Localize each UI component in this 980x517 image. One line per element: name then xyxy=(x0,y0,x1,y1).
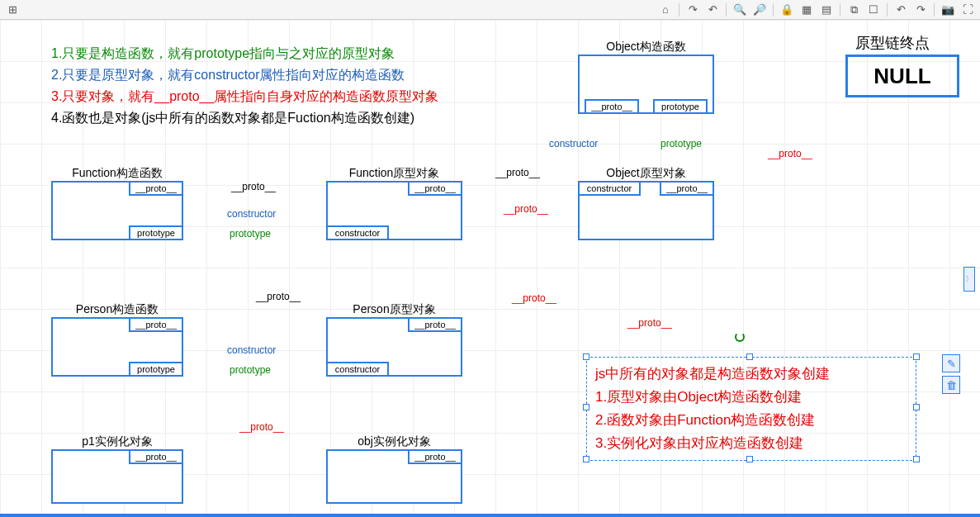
edge-label-prototype: prototype xyxy=(660,138,702,149)
lock-icon[interactable]: 🔒 xyxy=(778,2,796,18)
edge-label-proto: __proto__ xyxy=(495,167,540,178)
note-2: 2.只要是原型对象，就有constructor属性指向对应的构造函数 xyxy=(51,64,438,86)
note-4: 4.函数也是对象(js中所有的函数对象都是Fuction构造函数创建) xyxy=(51,107,438,129)
function-constructor-box[interactable]: Function构造函数 __proto__ prototype xyxy=(51,181,183,240)
person-prototype-box[interactable]: Person原型对象 __proto__ constructor xyxy=(326,317,462,377)
box-title: Object原型对象 xyxy=(580,166,713,181)
toolbar: ⊞ ⌂ ↷ ↶ 🔍 🔎 🔒 ▦ ▤ ⧉ ☐ ↶ ↷ 📷 ⛶ xyxy=(0,0,980,20)
edge-label-constructor: constructor xyxy=(227,344,276,356)
edge-label-proto: __proto__ xyxy=(627,317,672,329)
person-constructor-box[interactable]: Person构造函数 __proto__ prototype xyxy=(51,317,183,377)
ruler-icon[interactable]: ⊞ xyxy=(3,2,21,18)
bottom-bar xyxy=(0,514,980,517)
selection-handle[interactable] xyxy=(913,456,920,462)
textbox-line: js中所有的对象都是构造函数对象创建 xyxy=(595,363,907,386)
object-constructor-box[interactable]: Object构造函数 __proto__ prototype xyxy=(578,55,714,114)
selection-handle[interactable] xyxy=(746,456,753,462)
note-3: 3.只要对象，就有__proto__属性指向自身对应的构造函数原型对象 xyxy=(51,86,438,107)
edge-label-proto: __proto__ xyxy=(256,291,301,302)
function-prototype-box[interactable]: Function原型对象 __proto__ constructor xyxy=(326,181,462,240)
proto-slot: __proto__ xyxy=(129,449,183,464)
redo-icon[interactable]: ↷ xyxy=(911,2,930,18)
proto-slot: __proto__ xyxy=(585,99,639,114)
null-box[interactable]: NULL xyxy=(845,55,959,97)
edge-label-proto: __proto__ xyxy=(512,292,556,304)
object-prototype-box[interactable]: Object原型对象 constructor __proto__ xyxy=(578,181,714,240)
selection-handle[interactable] xyxy=(746,353,753,360)
redo2-icon[interactable]: ↷ xyxy=(684,2,702,18)
null-title: 原型链终点 xyxy=(855,33,930,53)
proto-slot: __proto__ xyxy=(129,181,183,196)
zoom-in-icon[interactable]: 🔍 xyxy=(731,2,749,18)
select-icon[interactable]: ☐ xyxy=(864,2,883,18)
box-title: Function构造函数 xyxy=(53,166,182,181)
textbox-line: 3.实例化对象由对应构造函数创建 xyxy=(595,432,907,455)
edge-label-proto: __proto__ xyxy=(504,203,548,215)
zoom-out-icon[interactable]: 🔎 xyxy=(750,2,769,18)
selection-handle[interactable] xyxy=(583,353,589,360)
constructor-slot: constructor xyxy=(326,225,389,240)
constructor-slot: constructor xyxy=(326,362,389,377)
edge-label-constructor: constructor xyxy=(549,138,598,149)
box-title: Function原型对象 xyxy=(328,166,461,181)
proto-slot: __proto__ xyxy=(408,449,462,464)
layers-icon[interactable]: ▤ xyxy=(817,2,836,18)
box-title: Person构造函数 xyxy=(53,302,182,317)
selection-handle[interactable] xyxy=(913,404,920,410)
proto-slot: __proto__ xyxy=(660,181,714,196)
selection-handle[interactable] xyxy=(583,404,589,410)
home-icon[interactable]: ⌂ xyxy=(656,2,675,18)
proto-slot: __proto__ xyxy=(129,317,183,332)
box-title: Object构造函数 xyxy=(580,40,713,55)
grid-icon[interactable]: ▦ xyxy=(798,2,816,18)
box-title: p1实例化对象 xyxy=(53,434,182,449)
proto-slot: __proto__ xyxy=(408,317,462,332)
diagram-canvas[interactable]: 1.只要是构造函数，就有prototype指向与之对应的原型对象 2.只要是原型… xyxy=(0,20,980,514)
prototype-slot: prototype xyxy=(653,99,708,114)
note-1: 1.只要是构造函数，就有prototype指向与之对应的原型对象 xyxy=(51,43,438,64)
edit-shape-button[interactable]: ✎ xyxy=(942,354,960,372)
rotate-handle-icon[interactable] xyxy=(735,332,745,342)
edge-label-constructor: constructor xyxy=(227,208,276,220)
edge-label-prototype: prototype xyxy=(230,228,271,240)
camera-icon[interactable]: 📷 xyxy=(939,2,957,18)
obj-instance-box[interactable]: obj实例化对象 __proto__ xyxy=(326,449,462,504)
undo2-icon[interactable]: ↶ xyxy=(703,2,722,18)
edge-label-proto: __proto__ xyxy=(231,181,276,192)
prototype-slot: prototype xyxy=(129,362,183,377)
constructor-slot: constructor xyxy=(578,181,641,196)
copy-icon[interactable]: ⧉ xyxy=(845,2,863,18)
undo-icon[interactable]: ↶ xyxy=(892,2,910,18)
fullscreen-icon[interactable]: ⛶ xyxy=(959,2,977,18)
edge-label-prototype: prototype xyxy=(230,364,271,376)
selection-handle[interactable] xyxy=(583,456,589,462)
prototype-slot: prototype xyxy=(129,225,183,240)
textbox-line: 1.原型对象由Object构造函数创建 xyxy=(595,386,907,409)
box-title: obj实例化对象 xyxy=(328,434,461,449)
box-title: Person原型对象 xyxy=(328,302,461,317)
textbox-line: 2.函数对象由Function构造函数创建 xyxy=(595,409,907,432)
expand-panel-icon[interactable]: 〉 xyxy=(963,267,975,292)
explanation-textbox[interactable]: js中所有的对象都是构造函数对象创建 1.原型对象由Object构造函数创建 2… xyxy=(586,357,916,461)
delete-shape-button[interactable]: 🗑 xyxy=(942,376,960,394)
p1-instance-box[interactable]: p1实例化对象 __proto__ xyxy=(51,449,183,504)
proto-slot: __proto__ xyxy=(408,181,462,196)
edge-label-proto: __proto__ xyxy=(239,421,284,433)
shape-action-buttons: ✎ 🗑 xyxy=(942,354,960,394)
selection-handle[interactable] xyxy=(913,353,920,360)
edge-label-proto: __proto__ xyxy=(768,148,812,159)
legend-notes: 1.只要是构造函数，就有prototype指向与之对应的原型对象 2.只要是原型… xyxy=(51,43,438,129)
